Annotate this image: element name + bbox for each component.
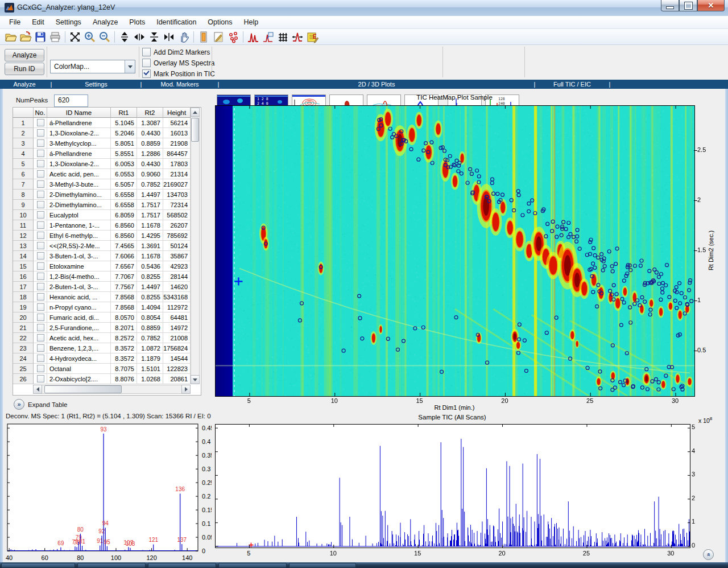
- peak-trace-button[interactable]: [246, 30, 260, 44]
- table-row[interactable]: 18Hexanoic acid, ...7.85680.82555343168: [13, 292, 201, 302]
- table-row[interactable]: 73-Methyl-3-bute...6.50570.78522169027: [13, 179, 201, 190]
- scroll-right-button[interactable]: [181, 385, 191, 394]
- table-row[interactable]: 12Ethyl 6-methylp...6.85601.4295785692: [13, 231, 201, 241]
- row-checkbox[interactable]: [37, 324, 44, 331]
- row-checkbox[interactable]: [37, 252, 44, 260]
- scroll-down-button[interactable]: [191, 375, 200, 384]
- table-row[interactable]: 244-Hydroxydeca...8.35721.187914544: [13, 353, 201, 364]
- ms-spectrum-plot[interactable]: 40608010012014000.050.10.150.20.250.30.3…: [5, 422, 212, 566]
- table-row[interactable]: 21,3-Dioxolane-2...5.20460.443016013: [13, 128, 201, 138]
- row-checkbox[interactable]: [37, 119, 44, 126]
- table-row[interactable]: 33-Methylcyclop...5.80510.885921908: [13, 138, 201, 149]
- menu-plots[interactable]: Plots: [123, 17, 151, 28]
- row-checkbox[interactable]: [37, 242, 44, 249]
- table-edit-button[interactable]: E: [305, 30, 319, 44]
- row-checkbox[interactable]: [37, 293, 44, 301]
- row-checkbox[interactable]: [37, 273, 44, 280]
- menu-analyze[interactable]: Analyze: [87, 17, 123, 28]
- table-row[interactable]: 4á-Phellandrene5.85511.2886864457: [13, 149, 201, 159]
- table-row[interactable]: 172-Buten-1-ol, 3-...7.75671.449714620: [13, 282, 201, 292]
- table-vscrollbar[interactable]: [191, 108, 200, 384]
- column-header-no[interactable]: No.: [34, 108, 47, 118]
- row-checkbox[interactable]: [37, 334, 44, 341]
- menu-help[interactable]: Help: [238, 17, 264, 28]
- grid-button[interactable]: [276, 30, 289, 44]
- colorbar-button[interactable]: [197, 30, 210, 44]
- peak-label-button[interactable]: [261, 30, 275, 44]
- table-row[interactable]: 51,3-Dioxolane-2...6.00530.443017803: [13, 159, 201, 169]
- row-checkbox[interactable]: [37, 375, 44, 382]
- row-checkbox[interactable]: [37, 129, 44, 137]
- table-row[interactable]: 161,2-Bis(4-metho...7.70670.825528144: [13, 271, 201, 282]
- taskbar[interactable]: [0, 562, 728, 568]
- row-checkbox[interactable]: [37, 139, 44, 147]
- vscroll-thumb[interactable]: [191, 118, 199, 142]
- row-checkbox[interactable]: [37, 211, 44, 219]
- close-button[interactable]: ✕: [697, 0, 725, 11]
- menu-identification[interactable]: Identification: [151, 17, 202, 28]
- scroll-up-button[interactable]: [191, 108, 200, 117]
- row-checkbox[interactable]: [37, 232, 44, 239]
- table-row[interactable]: 92-Dimethylamino...6.65581.751772314: [13, 200, 201, 210]
- row-checkbox[interactable]: [37, 150, 44, 157]
- table-row[interactable]: 19n-Propyl cyano...7.85681.4094112972: [13, 302, 201, 312]
- collapse-panel-button[interactable]: »: [703, 549, 714, 560]
- table-row[interactable]: 23Benzene, 1,2,3,...8.35721.08721756824: [13, 343, 201, 353]
- table-row[interactable]: 143-Buten-1-ol, 3-...7.60661.167835867: [13, 251, 201, 261]
- peak-width-button[interactable]: [291, 30, 304, 44]
- open-file-button[interactable]: [4, 30, 18, 44]
- zoom-in-button[interactable]: [83, 30, 97, 44]
- collapse-horizontal-button[interactable]: [162, 30, 176, 44]
- taskbar-button[interactable]: [289, 563, 356, 568]
- row-checkbox[interactable]: [37, 303, 44, 311]
- hscroll-thumb[interactable]: [44, 385, 122, 393]
- analyze-button[interactable]: Analyze: [5, 49, 44, 61]
- row-checkbox[interactable]: [37, 355, 44, 362]
- expand-horizontal-button[interactable]: [133, 30, 146, 44]
- row-checkbox[interactable]: [37, 180, 44, 188]
- taskbar-button[interactable]: [148, 563, 216, 568]
- table-row[interactable]: 212,5-Furandione,...8.20710.885914972: [13, 323, 201, 333]
- menu-options[interactable]: Options: [202, 17, 238, 28]
- zoom-out-button[interactable]: [98, 30, 111, 44]
- fit-view-button[interactable]: [68, 30, 82, 44]
- table-row[interactable]: 25Octanal8.70751.5101122823: [13, 364, 201, 374]
- row-checkbox[interactable]: [37, 283, 44, 290]
- scroll-left-button[interactable]: [33, 385, 42, 394]
- scatter-markers-button[interactable]: [226, 30, 240, 44]
- table-row[interactable]: 262-Oxabicyclo[2....8.80761.026820861: [13, 374, 201, 384]
- colormap-dropdown[interactable]: ColorMap...: [50, 60, 135, 73]
- row-checkbox[interactable]: [37, 365, 44, 372]
- expand-vertical-button[interactable]: [118, 30, 131, 44]
- column-header-rownum[interactable]: [13, 108, 34, 118]
- numpeaks-field[interactable]: 620: [54, 94, 88, 107]
- table-row[interactable]: 15Etoloxamine7.65670.543642923: [13, 261, 201, 271]
- table-row[interactable]: 111-Pentanone, 1-...6.85601.167826207: [13, 220, 201, 231]
- print-button[interactable]: [48, 30, 62, 44]
- colorbar-edit-button[interactable]: [212, 30, 225, 44]
- row-checkbox[interactable]: [37, 262, 44, 270]
- checkbox-mark-position-in-tic[interactable]: Mark Position in TIC: [142, 69, 215, 79]
- row-checkbox[interactable]: [37, 170, 44, 178]
- table-row[interactable]: 13<<(2R,5S)-2-Me...7.45651.369150124: [13, 241, 201, 251]
- taskbar-button[interactable]: [218, 563, 287, 568]
- menu-file[interactable]: File: [3, 17, 26, 28]
- row-checkbox[interactable]: [37, 344, 44, 352]
- column-header-height[interactable]: Height: [163, 108, 191, 118]
- menu-edit[interactable]: Edit: [26, 17, 50, 28]
- column-header-id-name[interactable]: ID Name: [47, 108, 111, 118]
- menu-settings[interactable]: Settings: [50, 17, 87, 28]
- row-checkbox[interactable]: [37, 201, 44, 208]
- table-row[interactable]: 82-Dimethylamino...6.65581.4497134703: [13, 190, 201, 200]
- tic-canvas[interactable]: [215, 424, 690, 548]
- row-checkbox[interactable]: [37, 160, 44, 167]
- title-bar[interactable]: GCxGC_Analyzer: ylang_12eV ✕: [0, 0, 728, 17]
- column-header-rt1[interactable]: Rt1: [111, 108, 137, 118]
- table-row[interactable]: 6Acetic acid, pen...6.05530.906021314: [13, 169, 201, 179]
- taskbar-button[interactable]: [1, 563, 75, 568]
- row-checkbox[interactable]: [37, 191, 44, 198]
- table-row[interactable]: 10Eucalyptol6.80591.7517568502: [13, 210, 201, 220]
- peak-table[interactable]: No.ID NameRt1Rt2Height1á-Phellandrene5.1…: [13, 107, 201, 396]
- save-button[interactable]: [34, 30, 47, 44]
- column-header-rt2[interactable]: Rt2: [137, 108, 163, 118]
